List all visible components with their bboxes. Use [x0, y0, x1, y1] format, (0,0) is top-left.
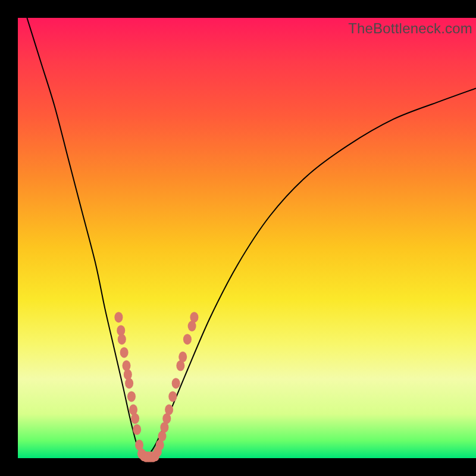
- data-marker: [118, 334, 126, 345]
- data-marker: [120, 347, 129, 358]
- data-marker: [114, 312, 123, 322]
- data-marker: [183, 334, 192, 345]
- marker-group: [114, 312, 198, 462]
- data-marker: [131, 413, 139, 424]
- data-marker: [122, 361, 130, 371]
- left-curve: [27, 18, 146, 458]
- chart-frame: TheBottleneck.com: [0, 0, 476, 476]
- data-marker: [125, 378, 133, 389]
- watermark-text: TheBottleneck.com: [348, 20, 472, 37]
- data-marker: [172, 378, 180, 389]
- data-marker: [190, 312, 198, 322]
- data-marker: [168, 391, 177, 402]
- chart-svg: [18, 18, 476, 458]
- plot-background: TheBottleneck.com: [18, 18, 476, 458]
- data-marker: [124, 369, 132, 380]
- data-marker: [127, 391, 136, 402]
- data-marker: [178, 352, 187, 362]
- data-marker: [133, 424, 141, 435]
- right-curve: [146, 88, 476, 458]
- data-marker: [165, 405, 173, 415]
